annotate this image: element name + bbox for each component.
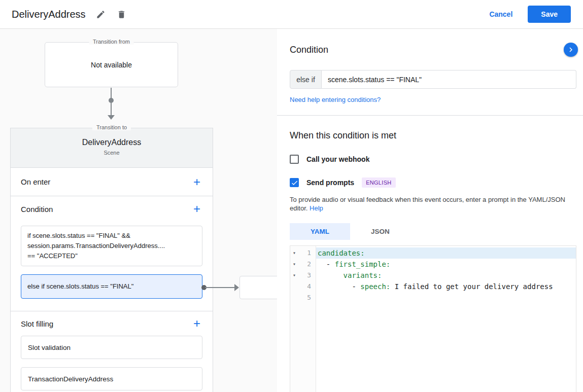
flow-arrow-right-icon (234, 284, 239, 291)
line-number: ▾2 (290, 259, 316, 270)
code-line[interactable] (316, 292, 576, 303)
line-number: 5 (290, 292, 316, 303)
slot-item[interactable]: TransactionDeliveryAddress (21, 367, 202, 390)
code-line[interactable]: candidates: (316, 247, 576, 259)
add-slot-button[interactable]: + (193, 317, 200, 330)
scene-card: Transition to DeliveryAddress Scene On e… (10, 128, 213, 392)
flow-canvas: Transition from Not available Transition… (0, 29, 277, 392)
fold-arrow-icon[interactable]: ▾ (293, 270, 296, 281)
yaml-editor[interactable]: ▾1▾2▾345 candidates: - first_simple: var… (290, 245, 576, 392)
fold-arrow-icon[interactable]: ▾ (293, 247, 296, 259)
tab-yaml[interactable]: YAML (290, 223, 350, 240)
panel-divider (277, 115, 583, 116)
when-condition-title: When this condition is met (290, 130, 576, 141)
edit-icon[interactable] (95, 9, 107, 20)
add-condition-button[interactable]: + (193, 203, 200, 215)
cancel-button[interactable]: Cancel (489, 10, 512, 18)
condition-input[interactable] (322, 70, 576, 89)
slot-items: Slot validationTransactionDeliveryAddres… (11, 336, 213, 390)
line-number: 4 (290, 281, 316, 292)
scene-type: Scene (11, 150, 213, 156)
slot-filling-section: Slot filling + Slot validationTransactio… (11, 311, 213, 390)
flow-connector-dot (109, 98, 114, 103)
language-badge: ENGLISH (362, 177, 395, 188)
fold-arrow-icon[interactable]: ▾ (293, 259, 296, 270)
condition-prefix: else if (290, 70, 322, 89)
help-link[interactable]: Help (310, 204, 323, 212)
transition-target-box[interactable] (239, 276, 277, 299)
condition-connector-line (205, 287, 234, 288)
editor-code[interactable]: candidates: - first_simple: variants: - … (316, 246, 576, 392)
condition-section-label: Condition (21, 205, 53, 213)
line-number: ▾3 (290, 270, 316, 281)
condition-section: Condition + if scene.slots.status == "FI… (11, 196, 213, 311)
checkmark-icon (291, 179, 298, 187)
feedback-text: To provide audio or visual feedback when… (290, 195, 576, 212)
panel-title: Condition (290, 45, 576, 55)
save-button[interactable]: Save (528, 6, 571, 23)
code-line[interactable]: variants: (316, 270, 576, 281)
condition-items: if scene.slots.status == "FINAL" &&sessi… (11, 226, 213, 299)
page-title: DeliveryAddress (12, 9, 86, 20)
editor-tabs: YAMLJSON (290, 223, 576, 240)
transition-from-box[interactable]: Transition from Not available (45, 42, 178, 87)
send-prompts-label: Send prompts (306, 179, 354, 187)
code-line[interactable]: - first_simple: (316, 259, 576, 270)
condition-help-link[interactable]: Need help entering conditions? (290, 96, 381, 103)
transition-from-label: Transition from (89, 39, 134, 45)
condition-panel: Condition else if Need help entering con… (277, 29, 583, 392)
code-line[interactable]: - speech: I failed to get your delivery … (316, 281, 576, 292)
on-enter-label: On enter (21, 177, 50, 186)
scene-card-header: DeliveryAddress Scene (11, 128, 213, 168)
scene-name: DeliveryAddress (11, 138, 213, 147)
condition-item[interactable]: else if scene.slots.status == "FINAL" (21, 274, 202, 299)
line-number: ▾1 (290, 247, 316, 259)
slot-item[interactable]: Slot validation (21, 336, 202, 359)
add-on-enter-button[interactable]: + (193, 176, 200, 188)
flow-arrow-down-icon (108, 115, 115, 120)
app-window: DeliveryAddress Cancel Save Transition f… (0, 0, 583, 392)
on-enter-section: On enter + (11, 168, 213, 196)
slot-filling-label: Slot filling (21, 319, 53, 328)
transition-to-label: Transition to (92, 124, 131, 130)
tab-json[interactable]: JSON (350, 223, 410, 240)
header: DeliveryAddress Cancel Save (0, 0, 583, 29)
webhook-checkbox[interactable] (290, 155, 299, 164)
transition-from-content: Not available (91, 61, 132, 69)
editor-gutter: ▾1▾2▾345 (290, 246, 316, 392)
delete-icon[interactable] (116, 9, 127, 20)
send-prompts-checkbox[interactable] (290, 178, 299, 187)
webhook-label: Call your webhook (306, 155, 369, 163)
chevron-right-icon (566, 45, 575, 54)
condition-item[interactable]: if scene.slots.status == "FINAL" &&sessi… (21, 226, 202, 266)
collapse-panel-button[interactable] (564, 43, 578, 57)
